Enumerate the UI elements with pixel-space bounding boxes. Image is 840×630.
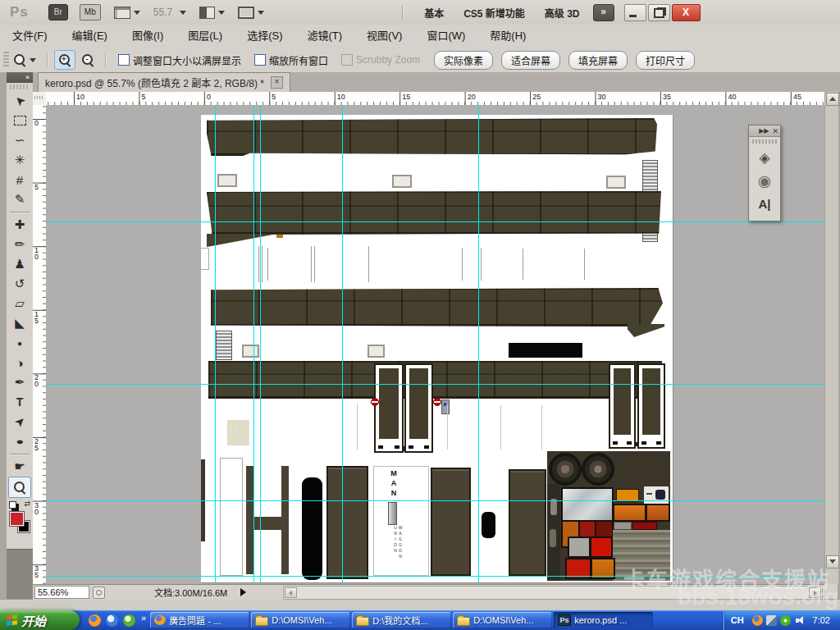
- vertical-scrollbar[interactable]: [824, 92, 838, 584]
- guide-line[interactable]: [215, 105, 216, 584]
- floating-panel-dock[interactable]: ▶▶ ✕ ◈◉A|: [748, 125, 781, 221]
- taskbar-button-folder-omsi-2[interactable]: D:\OMSI\Veh...: [453, 612, 552, 628]
- document-tab[interactable]: keroro.psd @ 55.7% (颜色填充 2 副本 2, RGB/8) …: [38, 72, 290, 92]
- taskbar-button-firefox[interactable]: 廣告問題 - ...: [150, 612, 249, 628]
- guide-line[interactable]: [342, 105, 343, 584]
- current-tool-preset[interactable]: [14, 54, 36, 66]
- tab-close-icon[interactable]: ×: [271, 76, 283, 89]
- menu-item[interactable]: 图层(L): [176, 25, 235, 48]
- magic-wand-tool[interactable]: ✳: [7, 150, 33, 170]
- mini-bridge-button[interactable]: Mb: [80, 4, 101, 21]
- restore-button[interactable]: [648, 4, 670, 21]
- pen-tool[interactable]: ✒: [7, 372, 33, 392]
- menu-item[interactable]: 滤镜(T): [294, 25, 354, 48]
- view-extras-dropdown[interactable]: [114, 7, 140, 19]
- volume-tray-icon[interactable]: [794, 615, 805, 626]
- document-pasteboard[interactable]: MAN WAGGON UNION: [46, 105, 824, 584]
- tool-divider[interactable]: [7, 451, 33, 457]
- status-menu-arrow-icon[interactable]: [240, 588, 246, 596]
- menu-item[interactable]: 图像(I): [120, 25, 176, 48]
- minimize-button[interactable]: [624, 4, 646, 21]
- hand-tool[interactable]: ☛: [7, 457, 33, 477]
- zoom-tool[interactable]: [8, 477, 31, 498]
- type-tool[interactable]: T: [7, 392, 33, 412]
- brush-tool[interactable]: ✏: [7, 235, 33, 254]
- zoom-out-button[interactable]: -: [77, 50, 98, 70]
- eyedropper-tool[interactable]: ✎: [7, 189, 33, 209]
- workspace-overflow-button[interactable]: »: [593, 4, 614, 21]
- default-colors-icon[interactable]: [9, 501, 16, 509]
- panel-close-icon[interactable]: ✕: [772, 127, 778, 135]
- move-tool[interactable]: ➤: [7, 91, 33, 111]
- view-button[interactable]: 适合屏幕: [501, 51, 560, 70]
- option-checkbox[interactable]: Scrubby Zoom: [341, 53, 420, 67]
- menu-item[interactable]: 编辑(E): [60, 25, 120, 48]
- history-brush-tool[interactable]: ↺: [7, 274, 33, 294]
- marquee-tool[interactable]: [7, 111, 33, 130]
- workspace-button[interactable]: 基本: [424, 6, 444, 20]
- launch-bridge-button[interactable]: Br: [48, 4, 68, 21]
- menu-item[interactable]: 帮助(H): [477, 25, 538, 48]
- eraser-tool[interactable]: ▱: [7, 294, 33, 313]
- close-button[interactable]: X: [672, 4, 701, 21]
- checkbox[interactable]: [254, 54, 266, 66]
- language-indicator[interactable]: CH: [731, 615, 744, 625]
- zoom-in-button[interactable]: +: [54, 50, 75, 70]
- messenger-quicklaunch-icon[interactable]: [123, 614, 135, 627]
- character-panel-icon[interactable]: A|: [749, 192, 780, 215]
- guide-line[interactable]: [478, 105, 479, 584]
- nvidia-tray-icon[interactable]: [780, 615, 791, 626]
- guide-line[interactable]: [46, 384, 824, 385]
- styles-panel-icon[interactable]: ◉: [749, 169, 780, 192]
- zoom-level-dropdown[interactable]: 55.7: [153, 7, 186, 18]
- firefox-tray-icon[interactable]: [752, 615, 763, 626]
- taskbar-button-my-documents[interactable]: D:\我的文档...: [352, 612, 451, 628]
- view-button[interactable]: 实际像素: [434, 51, 493, 70]
- path-selection-tool[interactable]: ➤: [7, 412, 33, 431]
- guide-line[interactable]: [46, 500, 824, 501]
- clone-stamp-tool[interactable]: ♟: [7, 254, 33, 274]
- menu-item[interactable]: 视图(V): [354, 25, 414, 48]
- paint-bucket-tool[interactable]: ◣: [7, 313, 33, 333]
- guide-line[interactable]: [253, 105, 254, 584]
- status-zoom-field[interactable]: 55.66%: [34, 586, 89, 599]
- guide-line[interactable]: [46, 221, 824, 222]
- ellipse-tool[interactable]: ●: [7, 431, 33, 451]
- update-tray-icon[interactable]: [766, 615, 777, 626]
- menu-item[interactable]: 窗口(W): [414, 25, 477, 48]
- layers-panel-icon[interactable]: ◈: [749, 146, 780, 169]
- crop-tool[interactable]: #: [7, 170, 33, 189]
- view-button[interactable]: 填充屏幕: [568, 51, 628, 70]
- foreground-color-swatch[interactable]: [9, 511, 25, 527]
- taskbar-button-photoshop[interactable]: Ps keroro.psd ...: [554, 612, 653, 628]
- media-player-quicklaunch-icon[interactable]: [106, 614, 118, 627]
- menu-item[interactable]: 文件(F): [0, 25, 60, 48]
- panel-collapse-icon[interactable]: ▶▶: [759, 127, 769, 135]
- scroll-up-arrow[interactable]: [826, 93, 839, 106]
- start-button[interactable]: 开始: [0, 610, 80, 630]
- canvas-artwork[interactable]: MAN WAGGON UNION: [201, 115, 673, 582]
- option-checkbox[interactable]: 调整窗口大小以满屏显示: [118, 53, 241, 67]
- zoom-level-value[interactable]: 55.7: [153, 7, 172, 18]
- guide-line[interactable]: [260, 105, 261, 584]
- firefox-quicklaunch-icon[interactable]: [89, 614, 101, 627]
- vertical-ruler[interactable]: 05101520253035: [33, 105, 47, 584]
- checkbox[interactable]: [341, 54, 353, 66]
- tools-panel-collapse-button[interactable]: »: [7, 72, 33, 83]
- lasso-tool[interactable]: ∽: [7, 130, 33, 150]
- checkbox[interactable]: [118, 54, 130, 66]
- view-button[interactable]: 打印尺寸: [636, 51, 695, 70]
- quick-launch-chevron[interactable]: »: [141, 613, 146, 623]
- scroll-left-arrow[interactable]: [285, 587, 297, 598]
- tool-divider[interactable]: [7, 209, 33, 215]
- workspace-button[interactable]: CS5 新增功能: [463, 6, 525, 20]
- swap-colors-icon[interactable]: ⇄: [24, 500, 30, 508]
- horizontal-ruler[interactable]: 105051015202530354045: [46, 92, 824, 106]
- blur-tool[interactable]: ●: [7, 333, 33, 353]
- menu-item[interactable]: 选择(S): [235, 25, 294, 48]
- arrange-documents-dropdown[interactable]: [199, 7, 225, 19]
- taskbar-button-folder-omsi-1[interactable]: D:\OMSI\Veh...: [251, 612, 350, 628]
- option-checkbox[interactable]: 缩放所有窗口: [254, 53, 328, 67]
- workspace-button[interactable]: 高级 3D: [545, 6, 580, 20]
- dodge-tool[interactable]: ◑: [7, 353, 33, 372]
